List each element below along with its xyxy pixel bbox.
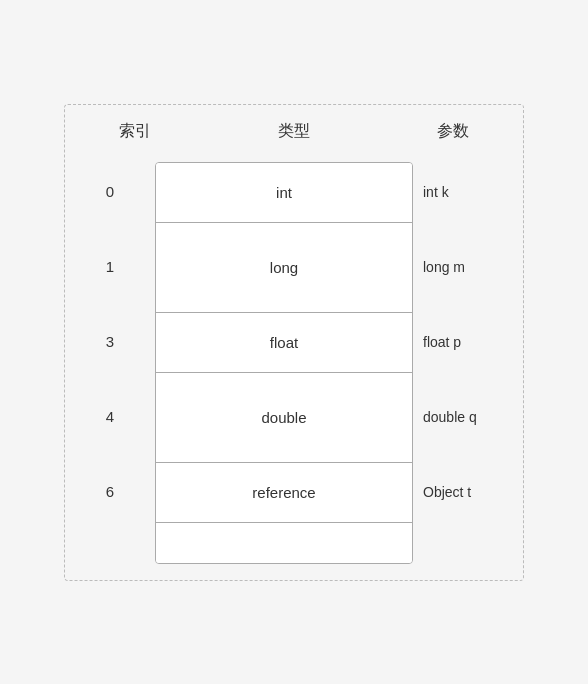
type-double: double	[156, 373, 412, 463]
type-reference: reference	[156, 463, 412, 523]
outer-border: 索引 类型 参数 0 1 3 4 6 int long float double…	[64, 104, 524, 581]
header-row: 索引 类型 参数	[75, 121, 513, 142]
index-0: 0	[106, 162, 114, 222]
param-long-m: long m	[423, 222, 465, 312]
index-6: 6	[106, 462, 114, 522]
index-1: 1	[106, 222, 114, 312]
index-4: 4	[106, 372, 114, 462]
index-column: 0 1 3 4 6	[75, 162, 155, 564]
param-header: 参数	[413, 121, 493, 142]
type-long: long	[156, 223, 412, 313]
type-column: int long float double reference	[155, 162, 413, 564]
diagram-container: 索引 类型 参数 0 1 3 4 6 int long float double…	[54, 84, 534, 601]
param-column: int k long m float p double q Object t	[413, 162, 513, 564]
index-header: 索引	[95, 121, 175, 142]
param-double-q: double q	[423, 372, 477, 462]
content-area: 0 1 3 4 6 int long float double referenc…	[75, 162, 513, 564]
param-object-t: Object t	[423, 462, 471, 522]
type-int: int	[156, 163, 412, 223]
type-header: 类型	[175, 121, 413, 142]
param-float-p: float p	[423, 312, 461, 372]
type-float: float	[156, 313, 412, 373]
index-3: 3	[106, 312, 114, 372]
type-empty	[156, 523, 412, 563]
param-int-k: int k	[423, 162, 449, 222]
